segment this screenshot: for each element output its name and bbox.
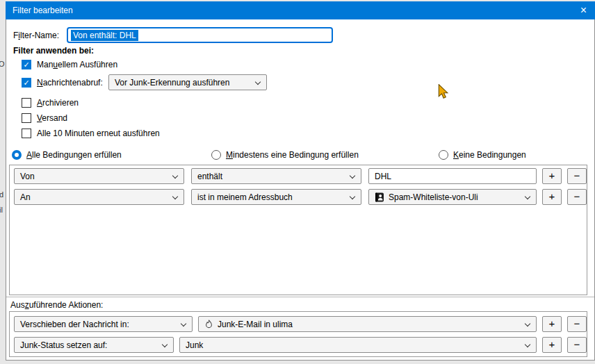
remove-action-button[interactable]: − [567,337,587,353]
label-text: ellem Ausführen [58,60,117,69]
dropdown-value: Junk [186,340,203,350]
chevron-down-icon [525,194,530,199]
chevron-down-icon [181,321,186,326]
label-text: K [453,150,459,160]
label-text: Alle 10 Minuten erneut ausführen [37,129,160,138]
dropdown-value: Junk-Status setzen auf: [20,340,107,350]
conditions-list: Von enthält + − An ist in meinem Adressb… [9,165,587,295]
label-text: M [226,150,233,160]
label-text: ersand [42,113,67,123]
dropdown-value: enthält [197,172,222,181]
window-title: Filter bearbeiten [6,6,73,15]
label-text: uführende Aktionen: [29,300,104,310]
label-text: indestens eine Bedingung erfüllen [233,150,359,160]
actions-list: Verschieben der Nachricht in: Junk-E-Mai… [9,311,587,357]
checkbox-row-sending[interactable]: Versand [22,113,67,124]
action-type-dropdown[interactable]: Junk-Status setzen auf: [14,337,174,353]
cursor-arrow [438,84,449,99]
checkbox[interactable]: ✓ [22,78,31,88]
checkbox-label: Nachrichtenabruf: [37,78,103,88]
checkbox[interactable]: ✓ [22,60,31,69]
filter-name-value: Von enthält: DHL [71,30,138,41]
chevron-down-icon [255,79,261,85]
dropdown-value: Verschieben der Nachricht in: [20,320,129,329]
condition-value-input[interactable] [368,168,537,184]
actions-heading: Auszuführende Aktionen: [10,300,103,310]
label-text: Man [37,60,53,69]
background-window: O d il [0,0,6,364]
remove-condition-button[interactable]: − [567,168,587,184]
label-text: Aus [10,300,25,310]
label-text: A [26,150,32,160]
radio-button[interactable] [211,150,221,160]
radio-no-conditions[interactable]: Keine Bedingungen [439,149,526,160]
check-icon: ✓ [23,78,29,87]
checkbox-row-every-10-minutes[interactable]: Alle 10 Minuten erneut ausführen [22,128,160,139]
radio-button[interactable] [439,150,448,160]
dropdown-value: Von [20,172,35,181]
separator [6,297,594,297]
checkbox[interactable] [22,98,31,108]
condition-field-dropdown[interactable]: Von [14,168,184,184]
label-text: N [37,78,43,88]
chevron-down-icon [350,194,355,199]
label-text: lle Bedingungen erfüllen [32,150,122,160]
checkbox[interactable] [22,113,31,123]
action-target-folder-dropdown[interactable]: Junk-E-Mail in ulima [198,316,537,332]
add-condition-button[interactable]: + [542,189,562,205]
chevron-down-icon [525,321,530,326]
background-window-fragment: d [0,190,3,199]
label-text: achrichtenabruf: [43,78,103,88]
condition-addressbook-dropdown[interactable]: Spam-Whiteliste-von-Uli [368,189,537,205]
label-text: lter-Name: [20,31,59,40]
dropdown-value: Junk-E-Mail in ulima [218,320,293,329]
checkbox-label: Versand [37,113,67,123]
radio-label: Alle Bedingungen erfüllen [26,150,122,160]
dropdown-value: Spam-Whiteliste-von-Uli [389,192,478,202]
checkbox-label: Alle 10 Minuten erneut ausführen [37,129,160,138]
fetch-mode-dropdown[interactable]: Vor Junk-Erkennung ausführen [108,74,267,90]
close-icon[interactable]: × [572,1,595,19]
filter-name-input[interactable]: Von enthält: DHL [67,27,333,43]
add-action-button[interactable]: + [542,337,562,353]
background-window-fragment: O [0,60,5,68]
radio-label: Keine Bedingungen [453,150,526,160]
chevron-down-icon [525,342,530,347]
add-condition-button[interactable]: + [542,168,562,184]
label-text: eine Bedingungen [459,150,526,160]
checkbox-row-message-retrieval[interactable]: ✓ Nachrichtenabruf: [22,77,103,88]
dropdown-value: ist in meinem Adressbuch [197,192,293,202]
chevron-down-icon [162,342,168,347]
apply-when-heading: Filter anwenden bei: [13,46,94,56]
condition-operator-dropdown[interactable]: ist in meinem Adressbuch [191,189,361,205]
radio-any-condition[interactable]: Mindestens eine Bedingung erfüllen [211,149,359,160]
chevron-down-icon [172,194,178,199]
radio-label: Mindestens eine Bedingung erfüllen [226,150,359,160]
label-text: A [37,98,42,108]
checkbox-row-archiving[interactable]: Archivieren [22,97,79,108]
label-text: rchivieren [42,98,79,108]
dropdown-value: Vor Junk-Erkennung ausführen [115,78,229,88]
filter-edit-dialog: Filter bearbeiten × Filter-Name: Von ent… [6,1,595,361]
remove-action-button[interactable]: − [567,316,587,332]
add-action-button[interactable]: + [542,316,562,332]
address-book-icon [375,192,384,202]
chevron-down-icon [172,173,178,179]
radio-button[interactable] [12,150,22,160]
radio-all-conditions[interactable]: Alle Bedingungen erfüllen [12,149,122,160]
checkbox[interactable] [22,129,31,138]
dropdown-value: An [20,192,31,202]
action-value-dropdown[interactable]: Junk [179,337,537,353]
remove-condition-button[interactable]: − [567,189,587,205]
condition-operator-dropdown[interactable]: enthält [191,168,361,184]
titlebar[interactable]: Filter bearbeiten × [6,1,595,19]
checkbox-label: Manuellem Ausführen [37,60,117,69]
desktop: O d il Filter bearbeiten × Filter-Name: … [0,0,595,364]
action-type-dropdown[interactable]: Verschieben der Nachricht in: [14,316,193,332]
condition-field-dropdown[interactable]: An [14,189,184,205]
junk-folder-icon [204,320,213,329]
filter-name-label: Filter-Name: [13,31,59,40]
checkbox-label: Archivieren [37,98,79,108]
checkbox-row-manual-run[interactable]: ✓ Manuellem Ausführen [22,59,117,70]
chevron-down-icon [350,173,355,179]
